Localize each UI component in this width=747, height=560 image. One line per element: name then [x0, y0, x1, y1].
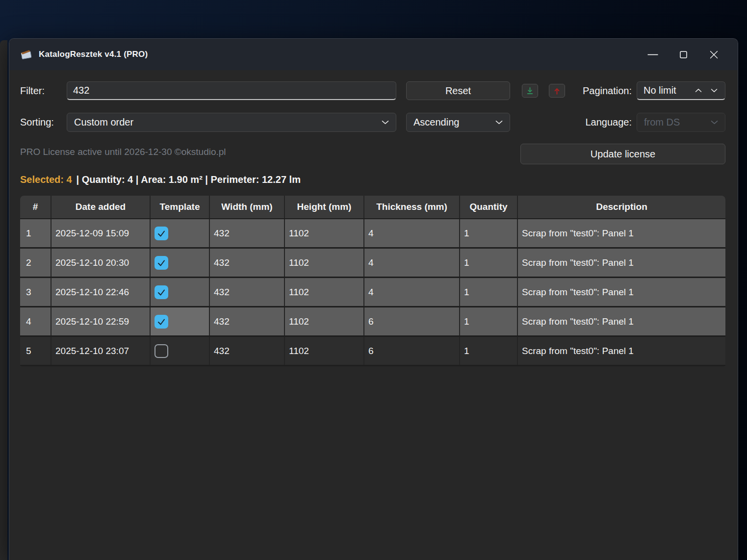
cell-index: 3	[20, 278, 52, 306]
table-row[interactable]: 5 2025-12-10 23:07 432 1102 6 1 Scrap fr…	[20, 337, 725, 366]
cell-index: 4	[20, 307, 52, 335]
language-label: Language:	[539, 113, 632, 131]
window-controls	[638, 39, 729, 70]
cell-template	[151, 278, 210, 306]
app-icon	[19, 48, 33, 61]
cell-index: 5	[20, 337, 52, 365]
cell-quantity: 1	[460, 219, 518, 247]
cell-index: 2	[20, 249, 52, 277]
cell-quantity: 1	[460, 278, 518, 306]
app-window: KatalogResztek v4.1 (PRO) Filter: Reset	[9, 38, 738, 560]
import-button[interactable]	[522, 84, 538, 98]
table-row[interactable]: 3 2025-12-10 22:46 432 1102 4 1 Scrap fr…	[20, 278, 725, 307]
chevron-down-icon	[382, 120, 389, 125]
window-title: KatalogResztek v4.1 (PRO)	[39, 50, 148, 59]
cell-template	[151, 249, 210, 277]
cell-quantity: 1	[460, 249, 518, 277]
scrap-table: # Date added Template Width (mm) Height …	[20, 196, 725, 366]
cell-thickness: 4	[364, 278, 460, 306]
cell-width: 432	[210, 249, 285, 277]
chevron-up-icon	[695, 88, 702, 93]
template-checkbox[interactable]	[155, 344, 168, 358]
chevron-down-icon	[711, 88, 718, 93]
sorting-value: Custom order	[74, 117, 133, 128]
cell-date-added: 2025-12-10 23:07	[52, 337, 151, 365]
cell-width: 432	[210, 219, 285, 247]
sorting-dropdown[interactable]: Custom order	[67, 113, 396, 132]
column-header-width: Width (mm)	[210, 196, 285, 218]
cell-height: 1102	[285, 249, 364, 277]
cell-thickness: 4	[364, 249, 460, 277]
column-header-template: Template	[151, 196, 210, 218]
pagination-increase-button[interactable]	[694, 87, 703, 94]
cell-date-added: 2025-12-10 20:30	[52, 249, 151, 277]
template-checkbox[interactable]	[155, 315, 168, 329]
cell-date-added: 2025-12-09 15:09	[52, 219, 151, 247]
column-header-date-added: Date added	[52, 196, 151, 218]
pagination-decrease-button[interactable]	[710, 87, 719, 94]
table-row[interactable]: 4 2025-12-10 22:59 432 1102 6 1 Scrap fr…	[20, 307, 725, 337]
cell-quantity: 1	[460, 337, 518, 365]
cell-description: Scrap from "test0": Panel 1	[518, 307, 725, 335]
cell-height: 1102	[285, 337, 364, 365]
table-header-row: # Date added Template Width (mm) Height …	[20, 196, 725, 219]
filter-input[interactable]	[67, 81, 396, 100]
cell-width: 432	[210, 307, 285, 335]
cell-width: 432	[210, 337, 285, 365]
selected-count: Selected: 4	[20, 174, 72, 185]
column-header-description: Description	[518, 196, 725, 218]
table-row[interactable]: 1 2025-12-09 15:09 432 1102 4 1 Scrap fr…	[20, 219, 725, 249]
template-checkbox[interactable]	[155, 227, 168, 240]
cell-quantity: 1	[460, 307, 518, 335]
language-value: from DS	[644, 117, 680, 128]
cell-width: 432	[210, 278, 285, 306]
cell-description: Scrap from "test0": Panel 1	[518, 249, 725, 277]
reset-button[interactable]: Reset	[406, 81, 510, 100]
maximize-button[interactable]	[668, 44, 698, 65]
chevron-down-icon	[711, 120, 718, 125]
template-checkbox[interactable]	[155, 285, 168, 299]
cell-height: 1102	[285, 278, 364, 306]
sort-direction-value: Ascending	[413, 117, 459, 128]
summary-metrics: | Quantity: 4 | Area: 1.90 m² | Perimete…	[77, 174, 301, 185]
pagination-label: Pagination:	[539, 81, 632, 100]
cell-template	[151, 219, 210, 247]
sorting-label: Sorting:	[20, 113, 54, 131]
filter-label: Filter:	[20, 81, 45, 100]
pagination-value: No limit	[644, 85, 676, 96]
close-button[interactable]	[698, 44, 729, 65]
cell-date-added: 2025-12-10 22:59	[52, 307, 151, 335]
cell-height: 1102	[285, 219, 364, 247]
template-checkbox[interactable]	[155, 256, 168, 270]
update-license-button[interactable]: Update license	[520, 144, 725, 164]
column-header-quantity: Quantity	[460, 196, 518, 218]
cell-date-added: 2025-12-10 22:46	[52, 278, 151, 306]
cell-template	[151, 307, 210, 335]
column-header-thickness: Thickness (mm)	[364, 196, 460, 218]
column-header-index: #	[20, 196, 52, 218]
cell-height: 1102	[285, 307, 364, 335]
cell-thickness: 6	[364, 307, 460, 335]
pagination-spinbox[interactable]: No limit	[637, 81, 725, 100]
title-bar: KatalogResztek v4.1 (PRO)	[9, 39, 738, 70]
cell-index: 1	[20, 219, 52, 247]
cell-description: Scrap from "test0": Panel 1	[518, 337, 725, 365]
background-window-edge	[0, 40, 7, 560]
selection-summary: Selected: 4| Quantity: 4 | Area: 1.90 m²…	[20, 174, 301, 185]
table-row[interactable]: 2 2025-12-10 20:30 432 1102 4 1 Scrap fr…	[20, 249, 725, 278]
cell-description: Scrap from "test0": Panel 1	[518, 278, 725, 306]
minimize-button[interactable]	[638, 44, 668, 65]
cell-description: Scrap from "test0": Panel 1	[518, 219, 725, 247]
cell-template	[151, 337, 210, 365]
chevron-down-icon	[495, 120, 503, 125]
language-dropdown: from DS	[637, 113, 725, 132]
cell-thickness: 4	[364, 219, 460, 247]
column-header-height: Height (mm)	[285, 196, 364, 218]
cell-thickness: 6	[364, 337, 460, 365]
sort-direction-dropdown[interactable]: Ascending	[406, 113, 510, 132]
license-status-text: PRO License active until 2026-12-30 ©oks…	[20, 147, 226, 157]
import-arrow-down-icon	[525, 86, 535, 96]
